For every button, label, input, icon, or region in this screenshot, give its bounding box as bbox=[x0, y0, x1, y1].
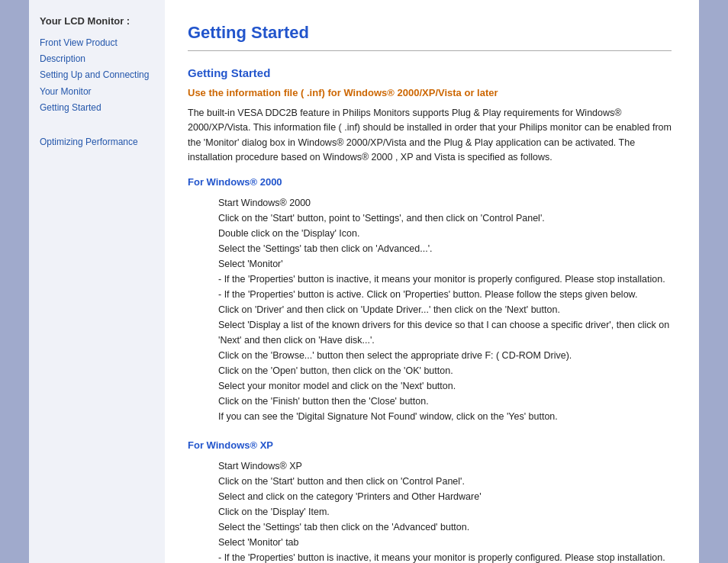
list-item: - If the 'Properties' button is inactive… bbox=[218, 550, 672, 564]
list-item: Select the 'Settings' tab then click on … bbox=[218, 520, 672, 535]
main-content: Getting Started Getting Started Use the … bbox=[165, 0, 699, 563]
list-item: Select 'Display a list of the known driv… bbox=[218, 317, 672, 348]
list-item: Start Windows® 2000 bbox=[218, 195, 672, 211]
list-item: Select your monitor model and click on t… bbox=[218, 378, 672, 394]
list-item: Click on the 'Start' button, point to 'S… bbox=[218, 211, 672, 226]
sidebar-divider bbox=[40, 127, 154, 135]
list-item: Start Windows® XP bbox=[218, 458, 672, 474]
list-item: Select and click on the category 'Printe… bbox=[218, 489, 672, 504]
windows2000-title: For Windows® 2000 bbox=[188, 176, 672, 188]
right-accent bbox=[699, 0, 728, 563]
list-item: Select 'Monitor' tab bbox=[218, 535, 672, 550]
list-item: Select the 'Settings' tab then click on … bbox=[218, 241, 672, 256]
list-item: Click on the 'Start' button and then cli… bbox=[218, 474, 672, 489]
left-accent bbox=[0, 0, 29, 563]
list-item: If you can see the 'Digital Signature No… bbox=[218, 409, 672, 424]
sidebar-links-group2: Optimizing Performance bbox=[40, 135, 154, 150]
sidebar: Your LCD Monitor : Front View ProductDes… bbox=[29, 0, 165, 563]
sidebar-link-getting-started[interactable]: Getting Started bbox=[40, 101, 154, 115]
page-title: Getting Started bbox=[188, 23, 672, 43]
page-wrapper: Your LCD Monitor : Front View ProductDes… bbox=[0, 0, 728, 563]
windowsxp-title: For Windows® XP bbox=[188, 439, 672, 451]
list-item: Click on the 'Display' Item. bbox=[218, 504, 672, 520]
section-heading: Getting Started bbox=[188, 66, 672, 79]
list-item: Click on the 'Open' button, then click o… bbox=[218, 363, 672, 378]
sidebar-title: Your LCD Monitor : bbox=[40, 15, 154, 27]
list-item: Click on 'Driver' and then click on 'Upd… bbox=[218, 302, 672, 317]
list-item: Select 'Monitor' bbox=[218, 256, 672, 272]
sidebar-link-optimizing[interactable]: Optimizing Performance bbox=[40, 135, 154, 150]
sidebar-link-your-monitor[interactable]: Your Monitor bbox=[40, 85, 154, 99]
intro-text: The built-in VESA DDC2B feature in Phili… bbox=[188, 106, 672, 166]
windowsxp-steps: Start Windows® XPClick on the 'Start' bu… bbox=[218, 458, 672, 564]
main-divider bbox=[188, 50, 672, 51]
list-item: Click on the 'Finish' button then the 'C… bbox=[218, 394, 672, 409]
sub-heading: Use the information file ( .inf) for Win… bbox=[188, 87, 672, 98]
sidebar-links-group1: Front View ProductDescriptionSetting Up … bbox=[40, 36, 154, 115]
sidebar-link-description[interactable]: Description bbox=[40, 52, 154, 66]
sidebar-link-setup[interactable]: Setting Up and Connecting bbox=[40, 68, 154, 82]
windows2000-steps: Start Windows® 2000Click on the 'Start' … bbox=[218, 195, 672, 424]
list-item: Double click on the 'Display' Icon. bbox=[218, 226, 672, 241]
sidebar-link-front-view[interactable]: Front View Product bbox=[40, 36, 154, 50]
list-item: - If the 'Properties' button is active. … bbox=[218, 287, 672, 302]
list-item: Click on the 'Browse...' button then sel… bbox=[218, 348, 672, 363]
list-item: - If the 'Properties' button is inactive… bbox=[218, 272, 672, 287]
